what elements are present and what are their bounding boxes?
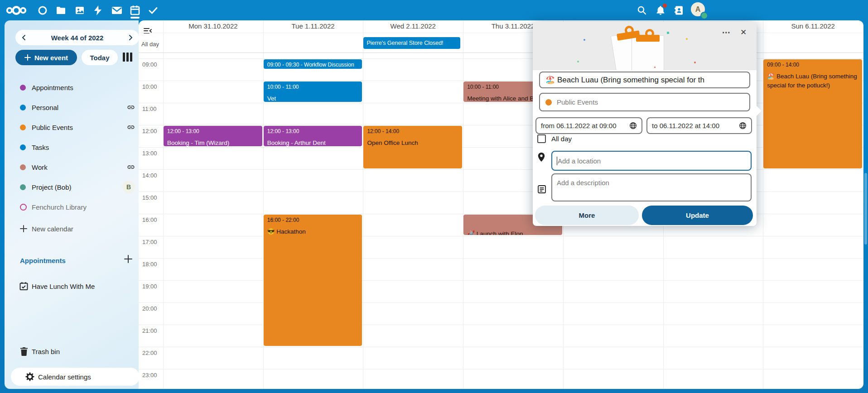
description-textarea[interactable]: Add a description xyxy=(551,173,752,201)
hour-label: 09:00 xyxy=(142,61,157,68)
allday-row-label: All day xyxy=(141,41,159,48)
collapse-allday-icon[interactable] xyxy=(143,27,152,36)
all-day-checkbox-row[interactable]: All day xyxy=(537,134,572,143)
event-title-value: 🏖️ Beach Luau (Bring something special f… xyxy=(545,75,704,85)
calendar-list-item[interactable]: Public Events xyxy=(5,117,139,137)
calendar-list-item[interactable]: Personal xyxy=(5,97,139,117)
avatar-letter: A xyxy=(695,5,701,14)
add-appointment-icon[interactable] xyxy=(124,255,132,265)
popup-arrow xyxy=(757,106,762,116)
top-bar: A xyxy=(0,0,868,20)
allday-event-chip[interactable]: Pierre's General Store Closed! xyxy=(363,37,460,49)
hour-label: 11:00 xyxy=(142,105,157,112)
calendar-name: Public Events xyxy=(32,124,73,131)
contacts-icon[interactable] xyxy=(672,4,686,17)
calendar-sidebar: Week 44 of 2022 New event Today Appointm… xyxy=(5,20,139,389)
notifications-bell-icon[interactable] xyxy=(654,4,667,17)
new-event-button[interactable]: New event xyxy=(15,50,77,65)
calendar-name: Fenchurch Library xyxy=(32,203,87,211)
end-datetime-input[interactable]: to 06.11.2022 at 14:00 xyxy=(646,117,752,134)
calendar-settings-label: Calendar settings xyxy=(38,373,91,381)
search-icon[interactable] xyxy=(635,4,649,17)
calendar-settings-button[interactable]: Calendar settings xyxy=(11,368,140,386)
calendar-color-dot xyxy=(20,204,27,211)
event-chip[interactable]: 16:00 - 22:00😎 Hackathon xyxy=(264,215,362,346)
calendar-app-icon[interactable] xyxy=(128,4,142,17)
grid-hour-line xyxy=(139,347,863,347)
location-input[interactable]: Add a location xyxy=(551,151,752,171)
close-icon[interactable]: ✕ xyxy=(737,25,750,39)
timezone-globe-icon[interactable] xyxy=(739,122,747,129)
event-title: Vet xyxy=(267,94,359,102)
grid-column-line xyxy=(463,20,463,389)
week-title: Week 44 of 2022 xyxy=(51,34,104,42)
calendar-list-item[interactable]: Appointments xyxy=(5,77,139,97)
week-selector[interactable]: Week 44 of 2022 xyxy=(15,30,139,45)
start-datetime-value: from 06.11.2022 at 09:00 xyxy=(541,122,629,129)
files-app-icon[interactable] xyxy=(54,4,68,17)
calendar-name: Tasks xyxy=(32,144,49,151)
all-day-checkbox[interactable] xyxy=(537,134,546,143)
nextcloud-logo-icon[interactable] xyxy=(5,4,27,17)
grid-hour-line xyxy=(139,325,863,325)
scrollbar-thumb[interactable] xyxy=(864,173,867,244)
calendar-list-item[interactable]: Tasks xyxy=(5,137,139,157)
activity-app-icon[interactable] xyxy=(91,4,105,17)
calendar-name: Project (Bob) xyxy=(32,183,72,191)
share-link-icon[interactable] xyxy=(127,123,135,131)
event-title: 🚀 Launch with Elon xyxy=(467,230,559,235)
grid-hour-line xyxy=(139,302,863,303)
event-chip[interactable]: 10:00 - 11:00Vet xyxy=(264,81,362,102)
appointment-label: Have Lunch With Me xyxy=(32,283,95,290)
event-chip[interactable]: 12:00 - 13:00Booking - Arthur Dent xyxy=(264,126,362,146)
location-placeholder: Add a location xyxy=(558,157,601,165)
trash-bin-label: Trash bin xyxy=(32,348,60,355)
today-button[interactable]: Today xyxy=(82,50,118,65)
share-link-icon[interactable] xyxy=(127,163,135,171)
tasks-app-icon[interactable] xyxy=(146,4,160,17)
hour-label: 19:00 xyxy=(142,283,157,290)
photos-app-icon[interactable] xyxy=(73,4,87,17)
gear-icon xyxy=(25,372,34,381)
location-pin-icon xyxy=(537,152,545,162)
event-time: 09:00 - 09:30 - Workflow Discussion xyxy=(267,62,359,68)
share-link-icon[interactable] xyxy=(127,103,135,111)
hour-label: 15:00 xyxy=(142,194,157,201)
hour-label: 12:00 xyxy=(142,128,157,134)
calendar-list-item[interactable]: Work xyxy=(5,157,139,177)
text-caret xyxy=(557,157,557,165)
view-mode-columns-icon[interactable] xyxy=(123,53,132,62)
previous-week-chevron-icon[interactable] xyxy=(16,30,32,45)
allday-event-title: Pierre's General Store Closed! xyxy=(366,40,443,46)
update-button[interactable]: Update xyxy=(642,206,753,225)
event-chip[interactable]: 12:00 - 13:00Booking - Tim (Wizard) xyxy=(164,126,262,146)
calendar-list-item[interactable]: Project (Bob)B xyxy=(5,177,139,197)
grid-column-line xyxy=(163,20,164,389)
appointment-item[interactable]: Have Lunch With Me xyxy=(5,276,139,296)
mail-app-icon[interactable] xyxy=(110,4,124,17)
new-event-label: New event xyxy=(34,54,68,62)
grid-column-line xyxy=(363,20,363,389)
next-week-chevron-icon[interactable] xyxy=(123,30,138,45)
circles-app-icon[interactable] xyxy=(36,4,49,17)
day-header: Tue 1.11.2022 xyxy=(263,22,363,32)
trash-bin-item[interactable]: Trash bin xyxy=(5,341,139,361)
notification-badge xyxy=(663,4,667,8)
event-title: Booking - Arthur Dent xyxy=(267,139,359,146)
day-header: Mon 31.10.2022 xyxy=(163,22,263,32)
calendar-list-item[interactable]: Fenchurch Library xyxy=(5,197,139,217)
event-title-input[interactable]: 🏖️ Beach Luau (Bring something special f… xyxy=(539,72,750,88)
new-calendar-button[interactable]: New calendar xyxy=(5,219,139,239)
timezone-globe-icon[interactable] xyxy=(629,122,637,129)
grid-hour-line xyxy=(139,280,863,281)
grid-hour-line xyxy=(139,369,863,369)
calendar-name: Work xyxy=(32,163,48,171)
event-chip[interactable]: 09:00 - 14:00🏖️ Beach Luau (Bring someth… xyxy=(763,59,862,168)
start-datetime-input[interactable]: from 06.11.2022 at 09:00 xyxy=(535,117,642,134)
more-button[interactable]: More xyxy=(535,206,639,225)
event-time: 12:00 - 13:00 xyxy=(167,128,259,134)
more-actions-icon[interactable]: ⋯ xyxy=(719,25,733,39)
calendar-select[interactable]: Public Events xyxy=(539,93,750,111)
event-chip[interactable]: 09:00 - 09:30 - Workflow Discussion xyxy=(264,59,362,69)
event-chip[interactable]: 12:00 - 14:00Open Office Lunch xyxy=(363,126,462,168)
